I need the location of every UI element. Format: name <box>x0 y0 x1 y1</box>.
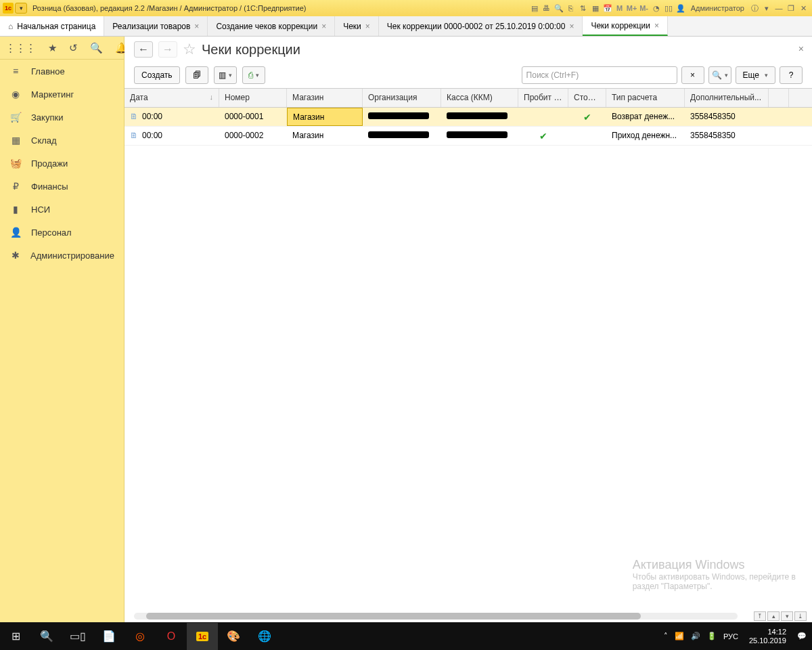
taskbar-app[interactable]: ◎ <box>125 623 156 650</box>
export-button[interactable]: ⎙▾ <box>242 66 265 84</box>
language-indicator[interactable]: РУС <box>723 632 738 641</box>
column-type[interactable]: Тип расчета <box>606 89 685 107</box>
history-icon[interactable]: ↺ <box>69 42 78 54</box>
sidebar-item-purchases[interactable]: 🛒Закупки <box>0 106 124 129</box>
table-row[interactable]: 🗎00:00 0000-0001 Магазин ✔ Возврат денеж… <box>125 108 812 127</box>
close-icon[interactable]: × <box>654 21 659 30</box>
scroll-bottom-button[interactable]: ⤓ <box>794 611 807 621</box>
sidebar-item-warehouse[interactable]: ▦Склад <box>0 129 124 152</box>
taskbar-app[interactable]: 🌐 <box>249 623 280 650</box>
more-button[interactable]: Еще▾ <box>736 66 775 84</box>
copy-button[interactable]: 🗐 <box>185 66 208 84</box>
taskbar-app[interactable]: 📄 <box>93 623 125 650</box>
windows-watermark: Активация Windows Чтобы активировать Win… <box>633 558 796 591</box>
create-button[interactable]: Создать <box>134 66 180 84</box>
sidebar-item-personnel[interactable]: 👤Персонал <box>0 221 124 244</box>
taskbar-clock[interactable]: 14:12 25.10.2019 <box>745 628 790 645</box>
volume-icon[interactable]: 🔊 <box>691 632 700 641</box>
minimize-icon[interactable]: — <box>773 2 785 14</box>
search-icon[interactable]: 🔍 <box>553 2 565 14</box>
forward-button[interactable]: → <box>158 41 177 58</box>
close-icon[interactable]: × <box>321 22 326 31</box>
sidebar-item-marketing[interactable]: ◉Маркетинг <box>0 83 124 106</box>
data-table: Дата↓ Номер Магазин Организация Касса (К… <box>125 88 812 622</box>
link-icon[interactable]: ⎘ <box>565 2 577 14</box>
cell-date: 00:00 <box>142 131 162 140</box>
scroll-down-button[interactable]: ▾ <box>781 611 793 621</box>
close-icon[interactable]: × <box>365 22 370 31</box>
toolbar-icon[interactable]: ▤ <box>528 2 541 14</box>
app-menu-dd[interactable]: ▾ <box>15 3 27 14</box>
m-button[interactable]: M <box>614 2 626 14</box>
column-org[interactable]: Организация <box>363 89 441 107</box>
close-icon[interactable]: × <box>569 22 574 31</box>
cell-probit <box>518 108 568 126</box>
table-row[interactable]: 🗎00:00 0000-0002 Магазин ✔ Приход денежн… <box>125 127 812 146</box>
columns-button[interactable]: ▥▾ <box>214 66 237 84</box>
wifi-icon[interactable]: 📶 <box>675 632 684 641</box>
clock-icon[interactable]: ◔ <box>650 2 662 14</box>
column-kassa[interactable]: Касса (ККМ) <box>441 89 518 107</box>
back-button[interactable]: ← <box>134 41 153 58</box>
start-button[interactable]: ⊞ <box>0 623 31 650</box>
horizontal-scrollbar[interactable] <box>134 613 738 620</box>
placeholder: Поиск (Ctrl+F) <box>526 70 579 80</box>
scroll-up-button[interactable]: ▴ <box>767 611 780 621</box>
m-plus-button[interactable]: M+ <box>626 2 638 14</box>
taskbar-app[interactable]: O <box>156 623 187 650</box>
calendar-icon[interactable]: 📅 <box>602 2 614 14</box>
cell-type: Возврат денеж... <box>606 108 685 126</box>
column-extra[interactable]: Дополнительный... <box>685 89 769 107</box>
column-number[interactable]: Номер <box>219 89 287 107</box>
column-more[interactable] <box>769 89 789 107</box>
button-label: Еще <box>743 70 759 80</box>
print-icon[interactable]: 🖶 <box>541 2 553 14</box>
search-input[interactable]: Поиск (Ctrl+F) <box>522 66 677 84</box>
sidebar-item-sales[interactable]: 🧺Продажи <box>0 152 124 175</box>
notification-icon[interactable]: 💬 <box>797 632 807 641</box>
tabsbar: ⌂ Начальная страница Реализации товаров×… <box>0 16 812 37</box>
calc-icon[interactable]: ▦ <box>589 2 602 14</box>
close-icon[interactable]: ✕ <box>797 2 809 14</box>
help-button[interactable]: ? <box>780 66 803 84</box>
tab-create-correction[interactable]: Создание чеков коррекции× <box>208 16 335 36</box>
m-minus-button[interactable]: M- <box>638 2 650 14</box>
taskbar-app[interactable]: 🎨 <box>218 623 249 650</box>
search-button[interactable]: 🔍▾ <box>708 66 731 84</box>
compare-icon[interactable]: ⇅ <box>577 2 589 14</box>
clear-search-button[interactable]: × <box>681 66 704 84</box>
tab-check-0002[interactable]: Чек коррекции 0000-0002 от 25.10.2019 0:… <box>379 16 583 36</box>
close-icon[interactable]: × <box>194 22 199 31</box>
tab-correction-checks[interactable]: Чеки коррекции× <box>583 16 668 36</box>
apps-icon[interactable]: ⋮⋮⋮ <box>5 42 36 54</box>
search-button[interactable]: 🔍 <box>31 623 62 650</box>
column-date[interactable]: Дата↓ <box>125 89 219 107</box>
info-icon[interactable]: ⓘ <box>748 2 761 14</box>
tray-chevron-icon[interactable]: ˄ <box>664 632 668 641</box>
search-icon[interactable]: 🔍 <box>90 42 103 54</box>
column-probit[interactable]: Пробит чек <box>518 89 568 107</box>
tab-checks[interactable]: Чеки× <box>335 16 379 36</box>
info-dd[interactable]: ▾ <box>761 2 773 14</box>
tab-home[interactable]: ⌂ Начальная страница <box>0 16 104 36</box>
maximize-icon[interactable]: ❐ <box>785 2 797 14</box>
sidebar-item-admin[interactable]: ✱Администрирование <box>0 244 124 267</box>
star-icon[interactable]: ★ <box>48 42 57 54</box>
sidebar-item-main[interactable]: ≡Главное <box>0 60 124 83</box>
panel-icon[interactable]: ▯▯ <box>662 2 675 14</box>
sidebar-item-nsi[interactable]: ▮НСИ <box>0 198 124 221</box>
cell-date: 00:00 <box>142 112 162 121</box>
column-storno[interactable]: Сторно <box>568 89 606 107</box>
close-icon[interactable]: × <box>798 43 804 54</box>
table-header: Дата↓ Номер Магазин Организация Касса (К… <box>125 89 812 108</box>
column-shop[interactable]: Магазин <box>287 89 363 107</box>
scroll-top-button[interactable]: ⤒ <box>754 611 766 621</box>
star-icon[interactable]: ☆ <box>183 41 196 58</box>
page-title: Чеки коррекции <box>202 42 300 58</box>
taskbar-app[interactable]: 1c <box>187 623 218 650</box>
task-view-button[interactable]: ▭▯ <box>62 623 93 650</box>
gear-icon: ✱ <box>9 250 21 261</box>
tab-realizations[interactable]: Реализации товаров× <box>104 16 208 36</box>
sidebar-item-finance[interactable]: ₽Финансы <box>0 175 124 198</box>
battery-icon[interactable]: 🔋 <box>707 632 717 641</box>
